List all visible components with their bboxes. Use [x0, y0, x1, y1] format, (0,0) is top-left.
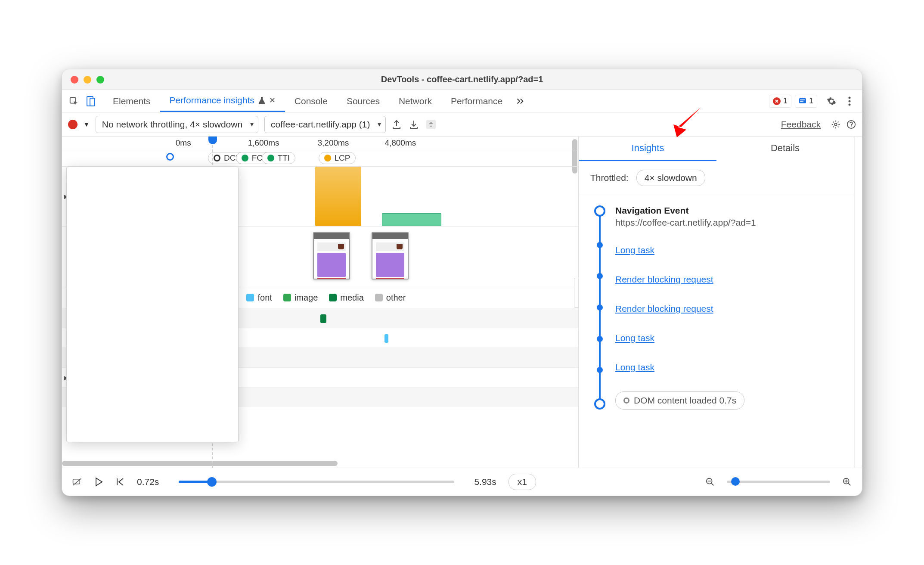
legend-other[interactable]: other [375, 293, 406, 303]
playback-rate[interactable]: x1 [509, 474, 536, 490]
legend-media[interactable]: media [329, 293, 363, 303]
close-tab-icon[interactable]: ✕ [269, 96, 276, 105]
ruler-tick: 4,800ms [384, 138, 416, 148]
hover-overlay [66, 167, 239, 442]
window-controls [62, 76, 104, 84]
timeline-hscroll[interactable] [62, 459, 578, 468]
devtools-window: DevTools - coffee-cart.netlify.app/?ad=1… [62, 69, 862, 496]
recording-select[interactable]: coffee-cart.netlify.app (1) [264, 116, 386, 133]
throttled-label: Throttled: [590, 173, 629, 183]
tab-performance-insights[interactable]: Performance insights ✕ [160, 90, 285, 112]
throttling-select[interactable]: No network throttling, 4× slowdown [96, 116, 258, 133]
tab-network[interactable]: Network [389, 90, 441, 112]
experiment-icon [258, 96, 266, 105]
devtools-tabbar: Elements Performance insights ✕ Console … [62, 90, 862, 112]
origin-marker [166, 153, 174, 161]
timeline-node [594, 398, 605, 410]
player-footer: 0.72s 5.93s x1 [62, 468, 862, 496]
svg-point-6 [849, 100, 851, 102]
timeline-pane: 0ms1,600ms3,200ms4,800ms DCLFCPTTILCP cs… [62, 137, 579, 468]
right-scrollbar[interactable] [854, 137, 862, 468]
block-orange[interactable] [315, 167, 362, 226]
insight-link[interactable]: Long task [615, 333, 654, 343]
ruler-tick: 0ms [176, 138, 191, 148]
svg-rect-2 [90, 98, 95, 106]
insight-link[interactable]: Long task [615, 245, 654, 255]
block-green[interactable] [382, 213, 441, 226]
settings-icon[interactable] [827, 96, 836, 106]
feedback-link[interactable]: Feedback [781, 119, 821, 130]
time-ruler[interactable]: 0ms1,600ms3,200ms4,800ms [62, 137, 578, 150]
insight-link[interactable]: Render blocking request [615, 274, 713, 284]
details-tabs: Insights Details [579, 137, 854, 161]
main-area: 0ms1,600ms3,200ms4,800ms DCLFCPTTILCP cs… [62, 137, 862, 468]
help-icon[interactable] [846, 120, 856, 129]
throttle-row: Throttled: 4× slowdown [579, 161, 854, 195]
insights-toolbar: ▼ No network throttling, 4× slowdown cof… [62, 112, 862, 137]
import-icon[interactable] [409, 120, 419, 129]
tab-performance[interactable]: Performance [441, 90, 512, 112]
nav-event-url: https://coffee-cart.netlify.app/?ad=1 [615, 217, 845, 228]
tab-sources[interactable]: Sources [337, 90, 389, 112]
metrics-markers-row: DCLFCPTTILCP [62, 150, 578, 167]
resource-chip[interactable] [384, 334, 388, 343]
legend-image[interactable]: image [283, 293, 318, 303]
svg-point-10 [851, 126, 852, 127]
seek-slider[interactable] [179, 481, 454, 483]
replay-disabled-icon[interactable] [72, 477, 82, 487]
zoom-slider[interactable] [727, 481, 830, 483]
throttled-value[interactable]: 4× slowdown [636, 170, 705, 186]
ruler-tick: 1,600ms [248, 138, 279, 148]
export-icon[interactable] [392, 120, 401, 129]
more-tabs-button[interactable] [512, 90, 528, 112]
filmstrip-frame[interactable] [372, 232, 409, 279]
svg-point-8 [834, 123, 837, 126]
metric-marker-lcp[interactable]: LCP [319, 152, 356, 164]
record-button[interactable] [68, 120, 78, 129]
tab-elements[interactable]: Elements [103, 90, 160, 112]
window-titlebar: DevTools - coffee-cart.netlify.app/?ad=1 [62, 69, 862, 90]
inspect-element-icon[interactable] [69, 96, 78, 106]
insight-link[interactable]: Long task [615, 362, 654, 372]
total-time: 5.93s [474, 477, 496, 487]
details-pane: Insights Details Throttled: 4× slowdown … [579, 137, 854, 468]
record-dropdown[interactable]: ▼ [84, 121, 90, 128]
timeline-node [594, 205, 605, 217]
legend-font[interactable]: font [246, 293, 272, 303]
dtab-details[interactable]: Details [716, 137, 854, 161]
window-title: DevTools - coffee-cart.netlify.app/?ad=1 [62, 75, 862, 84]
dom-content-loaded-pill[interactable]: DOM content loaded 0.7s [615, 391, 744, 410]
insights-list: Navigation Eventhttps://coffee-cart.netl… [579, 195, 854, 410]
current-time: 0.72s [137, 477, 159, 487]
kebab-menu-icon[interactable] [845, 96, 854, 106]
ruler-tick: 3,200ms [318, 138, 349, 148]
zoom-in-icon[interactable] [842, 477, 852, 487]
nav-event-heading: Navigation Event [615, 205, 845, 216]
metric-marker-tti[interactable]: TTI [262, 152, 296, 164]
play-icon[interactable] [94, 477, 103, 487]
insight-link[interactable]: Render blocking request [615, 304, 713, 314]
resource-chip[interactable] [320, 314, 326, 323]
seek-start-icon[interactable] [115, 477, 125, 487]
filmstrip-frame[interactable] [313, 232, 350, 279]
dtab-insights[interactable]: Insights [579, 137, 716, 161]
close-window-button[interactable] [71, 76, 78, 84]
zoom-out-icon[interactable] [705, 477, 715, 487]
device-toolbar-icon[interactable] [86, 96, 96, 106]
tab-console[interactable]: Console [285, 90, 337, 112]
panel-settings-icon[interactable] [831, 120, 840, 129]
minimize-window-button[interactable] [84, 76, 91, 84]
errors-badge[interactable]: 1 [769, 95, 791, 108]
delete-icon[interactable] [426, 120, 436, 129]
svg-point-7 [849, 103, 851, 106]
pane-collapser[interactable]: › [574, 278, 579, 308]
svg-rect-11 [73, 479, 80, 484]
zoom-window-button[interactable] [96, 76, 104, 84]
svg-point-5 [849, 96, 851, 99]
messages-badge[interactable]: 1 [795, 95, 817, 108]
